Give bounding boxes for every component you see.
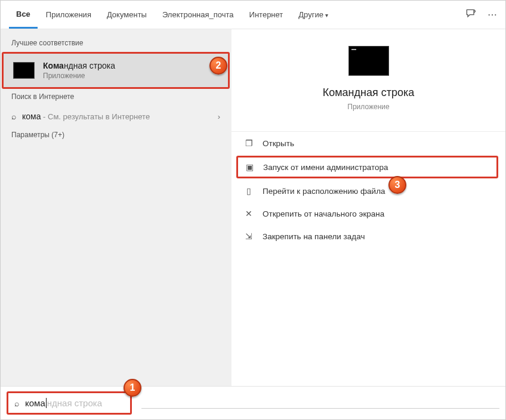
chevron-right-icon: › — [218, 112, 220, 121]
tab-other[interactable]: Другие▾ — [291, 2, 335, 27]
search-suggestion-text: ндная строка — [47, 398, 102, 408]
section-best-match: Лучшее соответствие — [1, 35, 231, 52]
chevron-down-icon: ▾ — [325, 12, 328, 18]
annotation-badge-3: 3 — [388, 176, 406, 194]
cmd-thumbnail-icon — [13, 62, 35, 79]
search-separator — [141, 408, 499, 409]
more-icon[interactable]: ⋯ — [488, 9, 497, 20]
preview-title: Командная строка — [323, 87, 415, 99]
best-match-subtitle: Приложение — [43, 72, 115, 80]
preview-panel: Командная строка Приложение ❐ Открыть ▣ … — [231, 29, 505, 386]
action-open-file-location[interactable]: ▯ Перейти к расположению файла — [232, 180, 505, 202]
action-pin-taskbar[interactable]: ⇲ Закрепить на панели задач — [232, 225, 505, 248]
search-typed-text: кома — [25, 398, 45, 408]
preview-app-icon — [348, 46, 389, 76]
section-web-search: Поиск в Интернете — [1, 89, 231, 106]
action-run-as-admin[interactable]: ▣ Запуск от имени администратора — [236, 156, 498, 178]
folder-icon: ▯ — [243, 186, 254, 196]
search-bar: ⌕ командная строка — [1, 386, 505, 419]
tab-internet[interactable]: Интернет — [242, 2, 291, 27]
search-input[interactable]: ⌕ командная строка — [7, 391, 132, 415]
tab-apps[interactable]: Приложения — [39, 2, 98, 27]
section-settings: Параметры (7+) — [1, 127, 231, 144]
preview-subtitle: Приложение — [347, 103, 389, 111]
tab-all[interactable]: Все — [9, 1, 38, 29]
admin-icon: ▣ — [244, 162, 255, 172]
result-best-match[interactable]: Командная строка Приложение — [2, 52, 230, 89]
feedback-icon[interactable] — [465, 8, 477, 22]
text-cursor — [46, 398, 47, 408]
header-tabs: Все Приложения Документы Электронная_поч… — [1, 1, 505, 29]
annotation-badge-1: 1 — [124, 379, 141, 397]
best-match-title: Командная строка — [43, 61, 115, 70]
action-open[interactable]: ❐ Открыть — [232, 132, 505, 155]
search-icon: ⌕ — [14, 399, 19, 408]
results-panel: Лучшее соответствие Командная строка При… — [1, 29, 231, 386]
pin-icon: ⇲ — [243, 231, 254, 242]
tab-email[interactable]: Электронная_почта — [155, 2, 241, 27]
tab-documents[interactable]: Документы — [100, 2, 154, 27]
unpin-icon: ✕ — [243, 208, 254, 219]
search-icon: ⌕ — [11, 112, 16, 121]
open-icon: ❐ — [243, 138, 254, 149]
action-unpin-start[interactable]: ✕ Открепить от начального экрана — [232, 202, 505, 225]
result-web-search[interactable]: ⌕ кома - См. результаты в Интернете › — [1, 106, 231, 127]
annotation-badge-2: 2 — [209, 57, 227, 75]
